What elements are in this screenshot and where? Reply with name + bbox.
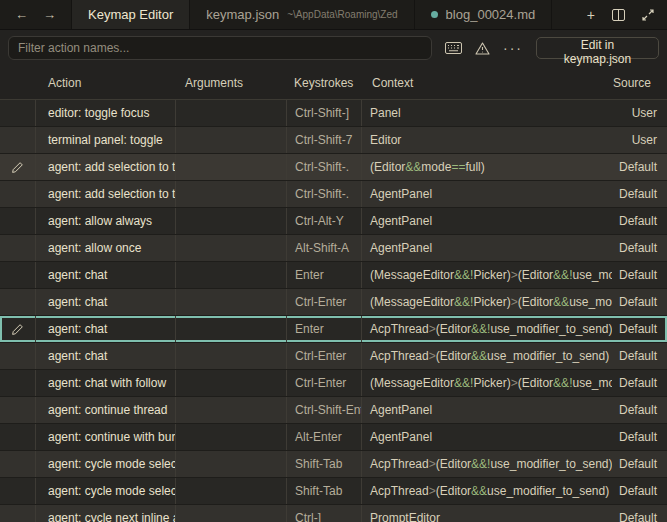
row-edit-gutter bbox=[0, 127, 36, 153]
history-nav: ← → bbox=[0, 0, 71, 29]
table-row[interactable]: agent: continue thread Ctrl-Shift-Enter … bbox=[0, 397, 667, 424]
arguments-cell bbox=[176, 289, 287, 315]
keybinding-table: editor: toggle focus Ctrl-Shift-] Panel … bbox=[0, 100, 667, 522]
table-row[interactable]: agent: chat Ctrl-Enter (MessageEditor &&… bbox=[0, 289, 667, 316]
tab-file-path: ~\AppData\Roaming\Zed bbox=[287, 9, 397, 20]
arguments-cell bbox=[176, 343, 287, 369]
row-edit-gutter bbox=[0, 262, 36, 288]
row-edit-gutter bbox=[0, 181, 36, 207]
context-cell: AcpThread > (Editor && !use_modifier_to_… bbox=[362, 451, 612, 477]
context-cell: PromptEditor bbox=[362, 505, 612, 522]
action-cell: agent: cycle mode selector bbox=[36, 478, 176, 504]
context-cell: (MessageEditor && !Picker) > (Editor && … bbox=[362, 262, 612, 288]
row-edit-gutter bbox=[0, 505, 36, 522]
edit-in-keymap-json-button[interactable]: Edit in keymap.json bbox=[536, 37, 659, 59]
arguments-cell bbox=[176, 478, 287, 504]
tab-bar-actions: + bbox=[574, 0, 667, 29]
table-row[interactable]: editor: toggle focus Ctrl-Shift-] Panel … bbox=[0, 100, 667, 127]
source-cell: User bbox=[612, 127, 667, 153]
row-edit-gutter bbox=[0, 451, 36, 477]
keystrokes-cell: Ctrl-Shift-Enter bbox=[287, 397, 362, 423]
arguments-cell bbox=[176, 505, 287, 522]
source-cell: Default bbox=[612, 424, 667, 450]
column-header-arguments[interactable]: Arguments bbox=[176, 76, 287, 90]
edit-pencil-icon[interactable] bbox=[11, 323, 24, 336]
table-row[interactable]: agent: chat Enter (MessageEditor && !Pic… bbox=[0, 262, 667, 289]
split-pane-icon[interactable] bbox=[612, 9, 625, 21]
table-row[interactable]: agent: cycle mode selector Shift-Tab Acp… bbox=[0, 478, 667, 505]
context-cell: AcpThread > (Editor && use_modifier_to_s… bbox=[362, 343, 612, 369]
table-row[interactable]: agent: allow always Ctrl-Alt-Y AgentPane… bbox=[0, 208, 667, 235]
table-row[interactable]: agent: cycle mode selector Shift-Tab Acp… bbox=[0, 451, 667, 478]
context-cell: (MessageEditor && !Picker) > (Editor && … bbox=[362, 370, 612, 396]
row-edit-gutter bbox=[0, 316, 36, 342]
source-cell: User bbox=[612, 100, 667, 126]
filter-input[interactable] bbox=[8, 36, 432, 60]
source-cell: Default bbox=[612, 154, 667, 180]
keystrokes-cell: Ctrl-] bbox=[287, 505, 362, 522]
arguments-cell bbox=[176, 397, 287, 423]
action-cell: agent: allow once bbox=[36, 235, 176, 261]
keystrokes-cell: Ctrl-Enter bbox=[287, 289, 362, 315]
tab-keymap-editor[interactable]: Keymap Editor bbox=[71, 0, 190, 29]
arguments-cell bbox=[176, 235, 287, 261]
context-cell: AgentPanel bbox=[362, 235, 612, 261]
warning-triangle-icon[interactable] bbox=[475, 42, 490, 55]
action-cell: agent: chat with follow bbox=[36, 370, 176, 396]
action-cell: agent: chat bbox=[36, 262, 176, 288]
column-header-keystrokes[interactable]: Keystrokes bbox=[287, 76, 362, 90]
tab-blog-md[interactable]: blog_00024.md bbox=[415, 0, 553, 29]
row-edit-gutter bbox=[0, 343, 36, 369]
forward-arrow-icon[interactable]: → bbox=[43, 8, 56, 21]
row-edit-gutter bbox=[0, 424, 36, 450]
context-cell: Panel bbox=[362, 100, 612, 126]
keystrokes-cell: Shift-Tab bbox=[287, 478, 362, 504]
edit-pencil-icon[interactable] bbox=[11, 161, 24, 174]
keystrokes-cell: Alt-Shift-A bbox=[287, 235, 362, 261]
filter-toolbar: ··· Edit in keymap.json bbox=[0, 30, 667, 66]
action-cell: agent: chat bbox=[36, 316, 176, 342]
keystrokes-cell: Enter bbox=[287, 262, 362, 288]
keystrokes-cell: Ctrl-Shift-] bbox=[287, 100, 362, 126]
more-options-icon[interactable]: ··· bbox=[503, 40, 523, 56]
table-row[interactable]: agent: allow once Alt-Shift-A AgentPanel… bbox=[0, 235, 667, 262]
arguments-cell bbox=[176, 154, 287, 180]
source-cell: Default bbox=[612, 478, 667, 504]
action-cell: agent: add selection to thread bbox=[36, 181, 176, 207]
action-cell: agent: chat bbox=[36, 289, 176, 315]
action-cell: agent: cycle next inline assist bbox=[36, 505, 176, 522]
table-row[interactable]: agent: continue with burn mode Alt-Enter… bbox=[0, 424, 667, 451]
keystrokes-cell: Ctrl-Enter bbox=[287, 343, 362, 369]
context-cell: (Editor && mode == full) bbox=[362, 154, 612, 180]
tab-keymap-json[interactable]: keymap.json ~\AppData\Roaming\Zed bbox=[190, 0, 414, 29]
new-tab-plus-icon[interactable]: + bbox=[587, 7, 595, 23]
table-row[interactable]: agent: add selection to thread Ctrl-Shif… bbox=[0, 154, 667, 181]
keystrokes-cell: Ctrl-Shift-. bbox=[287, 181, 362, 207]
keystrokes-cell: Ctrl-Shift-7 bbox=[287, 127, 362, 153]
table-row[interactable]: agent: cycle next inline assist Ctrl-] P… bbox=[0, 505, 667, 522]
table-row[interactable]: agent: chat Enter AcpThread > (Editor &&… bbox=[0, 316, 667, 343]
source-cell: Default bbox=[612, 397, 667, 423]
table-row[interactable]: agent: add selection to thread Ctrl-Shif… bbox=[0, 181, 667, 208]
context-cell: AgentPanel bbox=[362, 424, 612, 450]
arguments-cell bbox=[176, 262, 287, 288]
source-cell: Default bbox=[612, 451, 667, 477]
arguments-cell bbox=[176, 451, 287, 477]
source-cell: Default bbox=[612, 181, 667, 207]
column-header-action[interactable]: Action bbox=[36, 76, 176, 90]
keyboard-icon[interactable] bbox=[445, 42, 462, 54]
tab-label: keymap.json bbox=[206, 7, 279, 22]
back-arrow-icon[interactable]: ← bbox=[15, 8, 28, 21]
source-cell: Default bbox=[612, 262, 667, 288]
expand-window-icon[interactable] bbox=[642, 9, 654, 21]
action-cell: agent: chat bbox=[36, 343, 176, 369]
context-cell: AgentPanel bbox=[362, 181, 612, 207]
context-cell: AgentPanel bbox=[362, 397, 612, 423]
table-row[interactable]: agent: chat with follow Ctrl-Enter (Mess… bbox=[0, 370, 667, 397]
keymap-editor-window: ← → Keymap Editor keymap.json ~\AppData\… bbox=[0, 0, 667, 522]
column-header-source[interactable]: Source bbox=[612, 76, 667, 90]
column-header-context[interactable]: Context bbox=[362, 76, 612, 90]
context-cell: (MessageEditor && !Picker) > (Editor && … bbox=[362, 289, 612, 315]
table-row[interactable]: agent: chat Ctrl-Enter AcpThread > (Edit… bbox=[0, 343, 667, 370]
table-row[interactable]: terminal panel: toggle Ctrl-Shift-7 Edit… bbox=[0, 127, 667, 154]
